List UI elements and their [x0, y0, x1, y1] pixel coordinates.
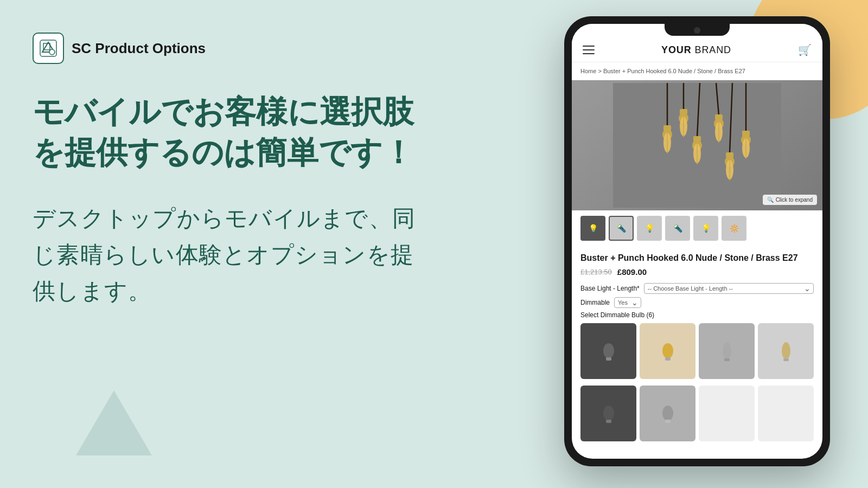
option2-select-wrapper: Yes ⌄ — [614, 297, 641, 308]
price-original: £1,213.50 — [580, 268, 612, 276]
thumbnail-6[interactable]: 🔆 — [722, 216, 746, 241]
subtext-paragraph: デスクトップからモバイルまで、同じ素晴らしい体験とオプションを提供します。 — [33, 200, 423, 310]
breadcrumb: Home > Buster + Punch Hooked 6.0 Nude / … — [572, 62, 822, 80]
phone-content[interactable]: Home > Buster + Punch Hooked 6.0 Nude / … — [572, 62, 822, 459]
more-bulbs-row — [572, 386, 822, 448]
thumbnail-2[interactable]: 🔦 — [609, 216, 634, 241]
phone-screen: YOUR BRAND 🛒 Home > Buster + Punch Hooke… — [572, 24, 822, 459]
bulb-card-2[interactable] — [640, 323, 695, 379]
svg-rect-38 — [665, 357, 671, 361]
left-panel: SC Product Options モバイルでお客様に選択肢を提供するのは簡単… — [33, 0, 423, 488]
product-info: Buster + Punch Hooked 6.0 Nude / Stone /… — [572, 246, 822, 319]
app-logo-icon — [33, 33, 64, 64]
option2-label: Dimmable — [580, 299, 610, 306]
svg-rect-46 — [665, 420, 671, 423]
option-base-light-row: Base Light - Length* -- Choose Base Ligh… — [580, 283, 814, 294]
svg-point-3 — [49, 49, 55, 55]
logo-area: SC Product Options — [33, 33, 423, 64]
headline-text: モバイルでお客様に選択肢を提供するのは簡単です！ — [33, 91, 423, 173]
bulb-section-label: Select Dimmable Bulb (6) — [580, 311, 814, 319]
phone-brand: YOUR BRAND — [595, 44, 798, 56]
app-name-label: SC Product Options — [72, 40, 206, 57]
bulb-grid — [572, 323, 822, 386]
product-image-main: 🔍 Click to expand — [572, 80, 822, 210]
bulb-card-placeholder-2 — [758, 386, 814, 441]
option-dimmable-row: Dimmable Yes ⌄ — [580, 297, 814, 308]
phone-camera — [694, 27, 700, 34]
svg-point-45 — [662, 406, 673, 421]
svg-rect-44 — [606, 420, 611, 423]
bulb-card-5[interactable] — [580, 386, 636, 441]
cart-icon[interactable]: 🛒 — [798, 43, 812, 56]
bulb-card-4[interactable] — [758, 323, 814, 379]
thumbnail-1[interactable]: 💡 — [580, 216, 605, 241]
option2-select[interactable]: Yes — [614, 297, 641, 308]
svg-rect-40 — [724, 358, 730, 361]
svg-point-35 — [603, 343, 614, 358]
click-expand-button[interactable]: 🔍 Click to expand — [763, 195, 817, 205]
option1-select-wrapper: -- Choose Base Light - Length -- ⌄ — [644, 283, 814, 294]
phone-mockup: YOUR BRAND 🛒 Home > Buster + Punch Hooke… — [564, 16, 835, 472]
option1-select[interactable]: -- Choose Base Light - Length -- — [644, 283, 814, 294]
lamp-svg-container — [572, 80, 822, 210]
thumbnail-row: 💡 🔦 💡 🔦 💡 🔆 — [572, 210, 822, 246]
product-title: Buster + Punch Hooked 6.0 Nude / Stone /… — [580, 253, 814, 264]
svg-point-39 — [723, 342, 731, 359]
svg-point-43 — [603, 406, 614, 421]
thumbnail-3[interactable]: 💡 — [637, 216, 662, 241]
price-sale: £809.00 — [617, 267, 647, 277]
bulb-card-6[interactable] — [640, 386, 695, 441]
option1-label: Base Light - Length* — [580, 285, 640, 292]
phone-frame: YOUR BRAND 🛒 Home > Buster + Punch Hooke… — [564, 16, 830, 466]
svg-rect-42 — [783, 358, 789, 361]
thumbnail-4[interactable]: 🔦 — [665, 216, 690, 241]
price-row: £1,213.50 £809.00 — [580, 267, 814, 277]
bulb-card-placeholder-1 — [699, 386, 755, 441]
thumbnail-5[interactable]: 💡 — [693, 216, 718, 241]
hamburger-icon[interactable] — [583, 46, 595, 54]
svg-rect-36 — [606, 357, 611, 361]
svg-point-41 — [782, 342, 790, 359]
svg-point-37 — [662, 343, 673, 358]
bulb-card-1[interactable] — [580, 323, 636, 379]
bulb-card-3[interactable] — [699, 323, 755, 379]
